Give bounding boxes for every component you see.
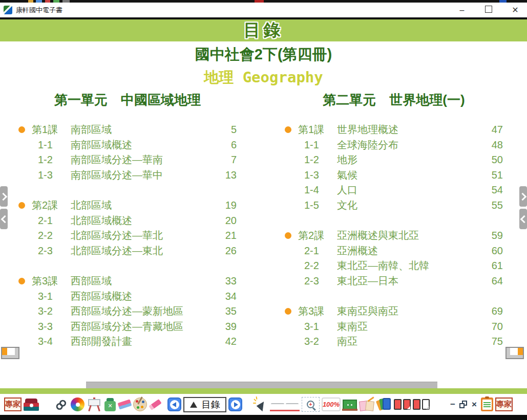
app-logo-icon [4,6,12,14]
toc-entry[interactable]: 第2課北部區域19 [18,198,237,213]
robot-trash-icon[interactable]: ✕ [104,398,116,411]
entry-title: 氣候 [337,168,477,182]
toc-entry[interactable]: 3-3西部區域分述—青藏地區39 [18,319,237,335]
toc-entry[interactable]: 2-2北部區域分述—華北21 [18,228,237,244]
page-red [413,399,420,410]
eraser-icon[interactable] [118,399,132,409]
entry-page: 34 [211,291,237,302]
toc-entry[interactable]: 2-1北部區域概述20 [18,213,237,229]
toc-entry[interactable]: 第3課東南亞與南亞69 [285,304,503,319]
page-corner-flip-left[interactable] [1,347,19,359]
toc-entry[interactable]: 1-5文化55 [285,198,503,213]
entry-page: 69 [477,305,503,317]
maximize-button[interactable] [483,3,494,17]
bullet-icon [18,126,32,133]
entry-title: 西部開發計畫 [71,335,211,348]
workbook-pencil-icon[interactable] [359,399,374,411]
device-books-icon[interactable] [376,397,392,412]
flower-colors-icon[interactable] [71,397,85,411]
highlighter-icon[interactable] [149,399,161,410]
two-page-view-icon[interactable] [394,399,411,410]
expert-mode-button[interactable]: 專家 [495,397,513,411]
entry-title: 亞洲概述 [337,244,477,258]
next-page-button[interactable] [228,397,242,411]
entry-page: 5 [211,124,237,136]
page-label-box[interactable]: 目錄 [183,397,226,412]
page-title: 目錄 [244,19,284,42]
triangle-left-icon [172,402,176,407]
toc-entry[interactable]: 3-2南亞75 [285,334,503,349]
entry-number: 2-1 [32,215,71,227]
zoom-select-icon[interactable]: + [302,397,320,412]
nav-forward-button[interactable] [519,186,527,207]
link-icon[interactable] [51,394,71,415]
paint-dot [137,406,139,409]
toc-entry[interactable]: 3-4西部開發計畫42 [18,334,237,349]
entry-page: 55 [477,200,503,211]
close-button[interactable]: ✕ [510,3,521,17]
toolbar-close-button[interactable]: × [470,400,479,410]
toc-entry[interactable]: 第2課亞洲概述與東北亞59 [285,228,503,244]
cursor-icon[interactable] [254,397,268,412]
toc-entry[interactable]: 1-1南部區域概述6 [18,138,237,153]
toc-entry[interactable]: 3-1西部區域概述34 [18,289,237,304]
toc-entry[interactable]: 第1課世界地理概述47 [285,122,503,138]
page-corner-flip-right[interactable] [505,347,524,359]
entry-title: 東南亞與南亞 [337,304,477,318]
toc-entry[interactable]: 第1課南部區域5 [18,122,237,138]
toolbar-restore-button[interactable] [459,401,468,409]
entry-number: 2-3 [298,275,337,287]
toc-entry[interactable]: 1-1全球海陸分布48 [285,138,503,153]
restore-front-square [459,403,465,408]
entry-number: 第1課 [298,123,337,137]
cursor-arrow [257,400,268,411]
toc-entry[interactable]: 第3課西部區域33 [18,274,237,289]
nav-forward-button[interactable] [0,186,8,207]
entry-number: 2-2 [298,260,337,272]
open-book-spread-icon[interactable] [270,397,300,411]
nav-back-button[interactable] [0,209,8,229]
toc-entry[interactable]: 1-4人口54 [285,183,503,198]
toc-entry[interactable]: 2-3東北亞—日本64 [285,274,503,289]
clipboard-paper [482,400,492,410]
toc-entry[interactable]: 1-3氣候51 [285,168,503,183]
toc-entry[interactable]: 3-1東南亞70 [285,319,503,335]
notes-clipboard-icon[interactable] [481,397,493,411]
entry-title: 南亞 [337,335,477,348]
entry-title: 東南亞 [337,320,477,334]
toc-entry[interactable]: 2-2東北亞—南韓、北韓61 [285,258,503,274]
toolbox-dot [30,404,33,407]
magnifier-plus-icon: + [307,401,314,408]
board-dot [351,404,352,406]
easel-icon[interactable] [87,397,102,411]
toc-entries: 第1課世界地理概述471-1全球海陸分布481-2地形501-3氣候511-4人… [285,122,503,349]
title-bar: 康軒國中電子書 – ✕ [0,3,527,17]
horizontal-scrollbar[interactable] [86,382,437,389]
entry-page: 33 [211,275,237,287]
flip-gray [507,348,510,355]
toc-entry[interactable]: 2-3北部區域分述—東北26 [18,244,237,259]
toolbar-minimize-button[interactable]: − [448,400,457,410]
bottom-black-strip [0,415,527,420]
minimize-button[interactable]: – [456,3,468,17]
toc-entry[interactable]: 3-2西部區域分述—蒙新地區35 [18,304,237,319]
expert-mode-button[interactable]: 專家 [4,397,22,411]
toc-entry[interactable]: 2-1亞洲概述60 [285,244,503,259]
chalkboard-icon[interactable] [343,400,357,410]
nav-back-button[interactable] [519,209,527,229]
one-page-view-icon[interactable] [413,399,430,410]
toc-entry[interactable]: 1-2地形50 [285,152,503,168]
palette-icon[interactable] [133,397,147,411]
entry-page: 35 [211,305,237,317]
zoom-level-indicator[interactable]: 100% [322,397,341,411]
toolbox-icon[interactable] [24,399,39,411]
entry-number: 第3課 [32,274,71,288]
prev-circle [170,400,179,409]
book-title: 國中社會2下(第四冊) [0,45,527,65]
prev-page-button[interactable] [167,397,181,411]
entry-page: 42 [211,336,237,347]
clipboard-line [483,404,491,405]
paint-dot [141,406,143,408]
toc-entry[interactable]: 1-3南部區域分述—華中13 [18,168,237,183]
toc-entry[interactable]: 1-2南部區域分述—華南7 [18,152,237,168]
